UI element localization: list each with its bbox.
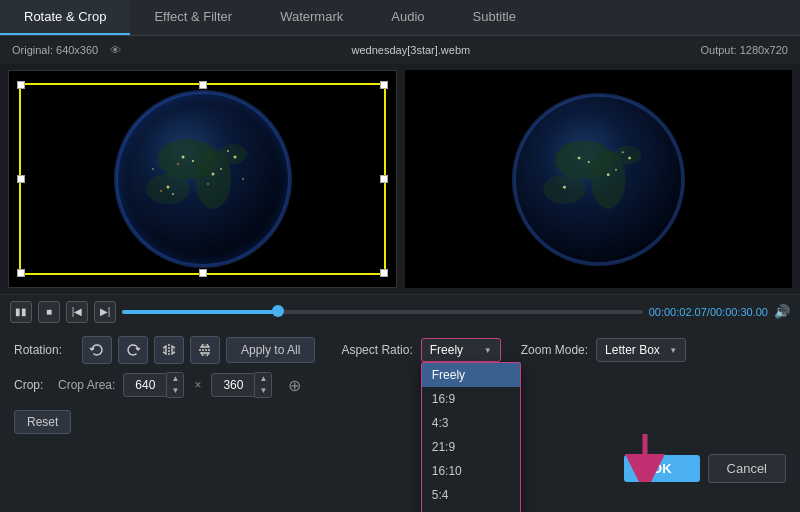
svg-point-34 [622,151,624,153]
crop-handle-tl[interactable] [17,81,25,89]
progress-thumb[interactable] [272,305,284,317]
dimension-separator: × [194,378,201,392]
aspect-ratio-value: Freely [430,343,463,357]
reset-button[interactable]: Reset [14,410,71,434]
aspect-ratio-button[interactable]: Freely ▼ [421,338,501,362]
zoom-mode-arrow: ▼ [669,346,677,355]
apply-to-all-button[interactable]: Apply to All [226,337,315,363]
crop-handle-tr[interactable] [380,81,388,89]
ar-option-freely[interactable]: Freely [422,363,520,387]
aspect-ratio-section: Aspect Ratio: Freely ▼ Freely 16:9 4:3 2… [341,338,686,362]
time-display: 00:00:02.07/00:00:30.00 [649,306,768,318]
svg-point-21 [116,92,290,266]
crop-handle-tm[interactable] [199,81,207,89]
svg-point-35 [628,156,631,159]
preview-left [8,70,397,288]
zoom-mode-label: Zoom Mode: [521,343,588,357]
flip-v-icon [197,342,213,358]
flip-horizontal-button[interactable] [154,336,184,364]
crop-handle-br[interactable] [380,269,388,277]
crop-height-input: ▲ ▼ [211,372,272,398]
tab-watermark[interactable]: Watermark [256,0,367,35]
tab-rotate-crop[interactable]: Rotate & Crop [0,0,130,35]
crop-handle-bm[interactable] [199,269,207,277]
crop-handle-mr[interactable] [380,175,388,183]
crop-area-label: Crop Area: [58,378,115,392]
crop-label: Crop: [14,378,50,392]
playback-bar: ▮▮ ■ |◀ ▶| 00:00:02.07/00:00:30.00 🔊 [0,294,800,328]
crop-width-down[interactable]: ▼ [167,385,183,397]
next-frame-button[interactable]: ▶| [94,301,116,323]
pause-button[interactable]: ▮▮ [10,301,32,323]
ar-option-21-9[interactable]: 21:9 [422,435,520,459]
tab-bar: Rotate & Crop Effect & Filter Watermark … [0,0,800,36]
filename-label: wednesday[3star].webm [352,44,471,56]
eye-icon[interactable]: 👁 [110,44,121,56]
earth-preview-right [511,92,686,267]
stop-button[interactable]: ■ [38,301,60,323]
rotate-right-button[interactable] [118,336,148,364]
aspect-ratio-arrow: ▼ [484,346,492,355]
progress-fill [122,310,278,314]
rotate-left-button[interactable] [82,336,112,364]
progress-track[interactable] [122,310,643,314]
tab-audio[interactable]: Audio [367,0,448,35]
crop-height-down[interactable]: ▼ [255,385,271,397]
tab-effect-filter[interactable]: Effect & Filter [130,0,256,35]
ar-option-16-10[interactable]: 16:10 [422,459,520,483]
aspect-ratio-dropdown: Freely ▼ Freely 16:9 4:3 21:9 16:10 5:4 … [421,338,501,362]
crop-row: Crop: Crop Area: ▲ ▼ × ▲ ▼ ⊕ [14,372,786,398]
svg-point-29 [578,156,581,159]
preview-area [0,64,800,294]
svg-point-33 [563,185,566,188]
original-resolution: Original: 640x360 [12,44,98,56]
crop-handle-bl[interactable] [17,269,25,277]
flip-h-icon [161,342,177,358]
ar-option-4-3[interactable]: 4:3 [422,411,520,435]
svg-point-30 [588,161,590,163]
aspect-ratio-label: Aspect Ratio: [341,343,412,357]
prev-frame-button[interactable]: |◀ [66,301,88,323]
crop-handle-ml[interactable] [17,175,25,183]
tab-subtitle[interactable]: Subtitle [449,0,540,35]
crop-width-up[interactable]: ▲ [167,373,183,385]
earth-preview-left [113,89,293,269]
crop-width-field[interactable] [123,373,167,397]
svg-point-32 [615,168,617,170]
output-resolution: Output: 1280x720 [701,44,788,56]
bottom-bar: OK Cancel [0,446,800,491]
zoom-mode-button[interactable]: Letter Box ▼ [596,338,686,362]
rotate-right-icon [125,342,141,358]
info-bar: Original: 640x360 👁 wednesday[3star].web… [0,36,800,64]
ok-button[interactable]: OK [624,455,700,482]
svg-point-27 [543,174,586,203]
ar-option-5-4[interactable]: 5:4 [422,483,520,507]
rotation-row: Rotation: [14,336,786,364]
crop-width-input: ▲ ▼ [123,372,184,398]
aspect-ratio-list: Freely 16:9 4:3 21:9 16:10 5:4 1:1 9:16 [421,362,521,512]
rotate-left-icon [89,342,105,358]
svg-point-31 [607,173,610,176]
ar-option-16-9[interactable]: 16:9 [422,387,520,411]
zoom-mode-value: Letter Box [605,343,660,357]
preview-right [405,70,792,288]
rotation-label: Rotation: [14,343,76,357]
controls-area: Rotation: [0,328,800,442]
cancel-button[interactable]: Cancel [708,454,786,483]
crop-center-icon: ⊕ [282,373,306,397]
ar-option-1-1[interactable]: 1:1 [422,507,520,512]
crop-height-up[interactable]: ▲ [255,373,271,385]
reset-section: Reset [14,404,786,434]
flip-vertical-button[interactable] [190,336,220,364]
crop-height-field[interactable] [211,373,255,397]
volume-icon[interactable]: 🔊 [774,304,790,319]
svg-point-28 [614,145,641,164]
